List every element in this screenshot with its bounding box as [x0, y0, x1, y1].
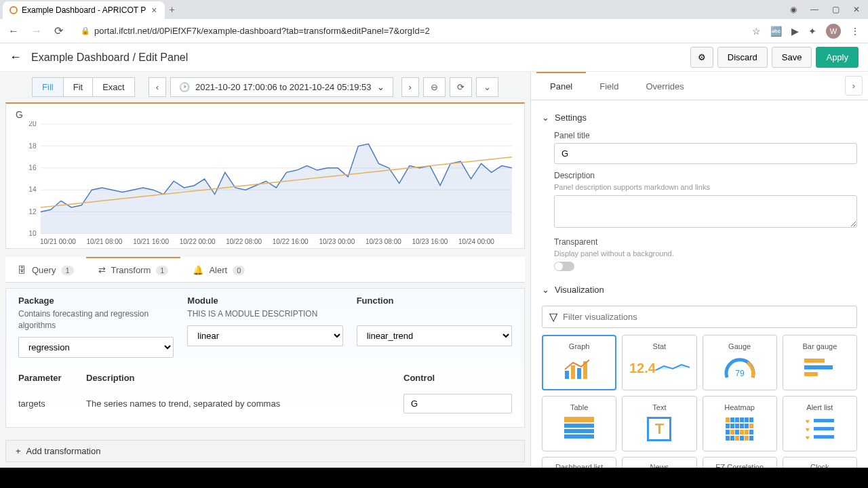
- svg-rect-40: [745, 430, 749, 434]
- svg-rect-29: [749, 418, 753, 422]
- svg-text:20: 20: [28, 121, 37, 127]
- panel-title-label: Panel title: [554, 131, 857, 140]
- translate-icon[interactable]: 🔤: [770, 26, 782, 37]
- tab-title: Example Dashboard - APRICOT P: [22, 5, 146, 15]
- svg-rect-39: [740, 430, 744, 434]
- transparent-toggle[interactable]: [554, 262, 574, 271]
- menu-icon[interactable]: ⋮: [850, 26, 860, 37]
- exact-button[interactable]: Exact: [93, 78, 134, 96]
- viz-card-text[interactable]: TextT: [622, 396, 696, 451]
- svg-rect-14: [577, 368, 581, 379]
- param-row: targetsThe series names to trend, separa…: [18, 387, 512, 420]
- description-input[interactable]: [554, 195, 857, 228]
- forward-icon[interactable]: →: [28, 22, 45, 40]
- svg-rect-31: [730, 424, 734, 428]
- panel-back-icon[interactable]: ←: [9, 50, 22, 64]
- prev-icon[interactable]: ‹: [149, 77, 166, 97]
- panel-title-input[interactable]: [554, 143, 857, 164]
- viz-card-dashboard-list[interactable]: Dashboard list: [542, 457, 616, 468]
- reload-icon[interactable]: ⟳: [52, 22, 66, 40]
- param-control[interactable]: data: [403, 427, 512, 428]
- viz-filter-input[interactable]: [563, 312, 850, 322]
- svg-rect-24: [726, 418, 730, 422]
- chart-title: G: [16, 109, 515, 120]
- visualization-section[interactable]: ⌄ Visualization: [542, 281, 857, 299]
- maximize-icon[interactable]: ▢: [832, 5, 840, 14]
- close-window-icon[interactable]: ✕: [853, 5, 860, 14]
- function-label: Function: [357, 296, 512, 306]
- viz-card-clock[interactable]: Clock: [783, 457, 857, 468]
- viz-card-news[interactable]: News: [622, 457, 696, 468]
- fill-button[interactable]: Fill: [33, 78, 64, 96]
- viz-card-ez-correlation[interactable]: EZ Correlation: [703, 457, 777, 468]
- back-icon[interactable]: ←: [5, 22, 22, 40]
- package-select[interactable]: regression: [18, 337, 174, 358]
- lock-icon: 🔒: [81, 26, 90, 35]
- newtab-icon[interactable]: +: [167, 3, 176, 16]
- viz-card-table[interactable]: Table: [542, 396, 616, 451]
- svg-rect-42: [726, 436, 730, 441]
- tab-overrides[interactable]: Overrides: [632, 72, 697, 100]
- settings-section[interactable]: ⌄ Settings: [542, 108, 857, 127]
- fit-button[interactable]: Fit: [64, 78, 93, 96]
- description-label: Description: [554, 171, 857, 180]
- svg-rect-33: [740, 424, 744, 428]
- minimize-icon[interactable]: —: [810, 5, 818, 14]
- apply-button[interactable]: Apply: [816, 47, 859, 68]
- refresh-icon[interactable]: ⟳: [450, 77, 472, 97]
- svg-rect-30: [726, 424, 730, 428]
- viz-card-alert-list[interactable]: Alert list♥♥♥: [783, 396, 857, 451]
- zoomout-icon[interactable]: ⊖: [423, 77, 446, 97]
- viz-filter[interactable]: ▽: [542, 306, 857, 328]
- param-control[interactable]: [403, 394, 512, 413]
- url-text: portal.ifctrl.net/d/0PiEfXF7k/example-da…: [94, 26, 430, 36]
- tab-panel[interactable]: Panel: [536, 72, 586, 100]
- viz-card-heatmap[interactable]: Heatmap: [703, 396, 777, 451]
- refresh-menu-icon[interactable]: ⌄: [476, 77, 498, 97]
- save-button[interactable]: Save: [772, 47, 812, 68]
- discard-button[interactable]: Discard: [717, 47, 768, 68]
- add-transformation-button[interactable]: + Add transformation: [5, 440, 525, 462]
- svg-rect-47: [749, 436, 753, 441]
- svg-rect-20: [564, 417, 594, 422]
- next-icon[interactable]: ›: [401, 77, 419, 97]
- param-row: formatThe result format. Show the fitted…: [18, 420, 512, 428]
- svg-rect-28: [745, 418, 749, 422]
- svg-text:79: 79: [735, 369, 745, 378]
- footer: [0, 468, 868, 488]
- description-sublabel: Panel description supports markdown and …: [554, 183, 857, 191]
- record-icon[interactable]: ◉: [790, 5, 797, 14]
- chart-area[interactable]: 101214161820: [16, 121, 515, 237]
- svg-rect-32: [735, 424, 739, 428]
- module-select[interactable]: linear: [187, 325, 342, 346]
- breadcrumb: Example Dashboard / Edit Panel: [31, 52, 188, 64]
- svg-rect-41: [749, 430, 753, 434]
- transparent-sublabel: Display panel without a background.: [554, 249, 857, 258]
- browser-tab[interactable]: Example Dashboard - APRICOT P ×: [3, 1, 165, 19]
- tab-transform[interactable]: ⇄ Transform 1: [86, 257, 181, 282]
- viz-card-graph[interactable]: Graph: [542, 335, 616, 390]
- address-bar[interactable]: 🔒 portal.ifctrl.net/d/0PiEfXF7k/example-…: [73, 26, 745, 36]
- clock-icon: 🕑: [179, 82, 190, 92]
- avatar[interactable]: W: [826, 24, 841, 39]
- tab-alert[interactable]: 🔔 Alert 0: [180, 257, 257, 282]
- viz-card-gauge[interactable]: Gauge79: [703, 335, 777, 390]
- tab-field[interactable]: Field: [586, 72, 632, 100]
- cast-icon[interactable]: ▶: [791, 26, 799, 37]
- viz-card-stat[interactable]: Stat12.4: [622, 335, 696, 390]
- close-tab-icon[interactable]: ×: [150, 3, 158, 17]
- collapse-sidebar-icon[interactable]: ›: [845, 76, 863, 96]
- settings-button[interactable]: ⚙: [690, 47, 713, 68]
- extensions-icon[interactable]: ✦: [808, 26, 816, 37]
- function-select[interactable]: linear_trend: [357, 325, 512, 346]
- tab-query[interactable]: 🗄 Query 1: [5, 257, 86, 282]
- svg-rect-18: [804, 365, 833, 369]
- plus-icon: +: [16, 446, 21, 456]
- viz-card-bar-gauge[interactable]: Bar gauge: [783, 335, 857, 390]
- star-icon[interactable]: ☆: [752, 26, 761, 37]
- chevron-down-icon: ⌄: [542, 285, 549, 295]
- svg-rect-27: [740, 418, 744, 422]
- svg-rect-23: [564, 434, 594, 439]
- svg-rect-35: [749, 424, 753, 428]
- timerange-picker[interactable]: 🕑 2021-10-20 17:00:06 to 2021-10-24 05:1…: [170, 77, 393, 97]
